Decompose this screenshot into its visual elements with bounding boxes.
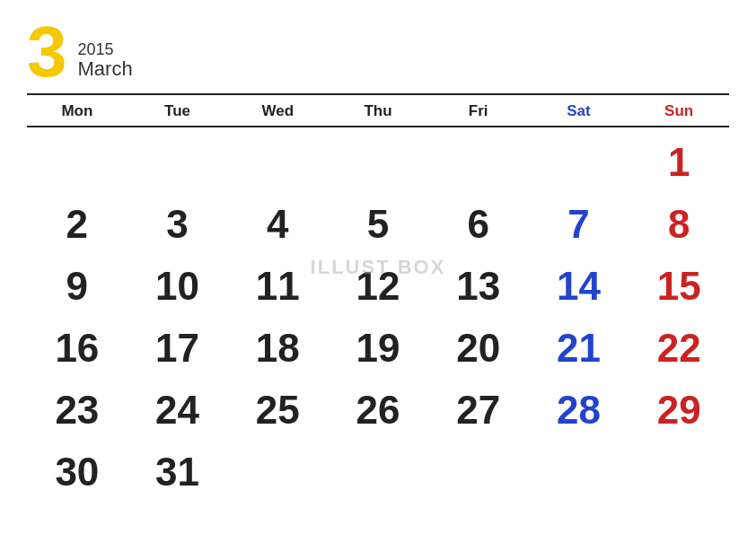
day-cell: 7	[529, 193, 629, 255]
year-text: 2015	[78, 41, 133, 57]
day-number: 19	[356, 328, 400, 368]
day-cell: 5	[328, 193, 428, 255]
day-header-wed: Wed	[227, 99, 328, 124]
day-cell: 18	[227, 317, 328, 379]
day-cell: 11	[227, 255, 328, 317]
day-cell: 16	[27, 317, 127, 379]
day-cell: 15	[629, 255, 729, 317]
day-cell: 19	[328, 317, 428, 379]
day-number: 24	[155, 390, 199, 430]
month-number: 3	[27, 16, 67, 88]
header-text: 2015 March	[78, 41, 133, 88]
day-cell: 1	[629, 131, 729, 193]
day-cell: 17	[127, 317, 228, 379]
day-number: 15	[657, 267, 701, 306]
day-number: 16	[55, 328, 99, 368]
day-number: 20	[456, 328, 500, 368]
day-cell	[227, 442, 328, 503]
day-header-mon: Mon	[27, 99, 127, 124]
day-cell: 14	[529, 255, 629, 317]
day-cell	[328, 442, 428, 503]
day-number: 3	[166, 205, 188, 244]
day-cell: 31	[127, 442, 228, 503]
day-cell: 2	[27, 193, 127, 255]
day-number: 12	[356, 267, 400, 306]
day-number: 5	[367, 205, 389, 244]
day-number: 17	[155, 328, 199, 368]
day-number: 2	[66, 205, 88, 244]
day-header-fri: Fri	[428, 99, 529, 124]
day-cell	[428, 131, 529, 193]
day-cell	[328, 131, 428, 193]
day-number: 27	[456, 390, 500, 430]
day-cell: 26	[328, 380, 428, 442]
day-header-tue: Tue	[127, 99, 228, 124]
day-number: 29	[657, 390, 701, 430]
day-number: 30	[55, 452, 99, 492]
day-cell: 12	[328, 255, 428, 317]
day-number: 21	[557, 328, 601, 368]
day-header-thu: Thu	[328, 99, 428, 124]
days-divider	[27, 126, 729, 127]
day-cell: 20	[428, 317, 529, 379]
day-number: 8	[668, 205, 690, 244]
day-cell: 6	[428, 193, 529, 255]
day-number: 4	[267, 205, 288, 244]
day-cell: 28	[529, 380, 629, 442]
day-number: 25	[256, 390, 300, 430]
day-cell: 25	[227, 380, 328, 442]
day-cell: 23	[27, 380, 127, 442]
day-number: 1	[668, 143, 690, 182]
day-cell	[227, 131, 328, 193]
day-cell	[27, 131, 127, 193]
day-cell: 24	[127, 380, 228, 442]
day-number: 13	[456, 267, 500, 306]
day-cell: 22	[629, 317, 729, 379]
day-cell	[428, 442, 529, 503]
day-header-sat: Sat	[529, 99, 629, 124]
calendar-container: 3 2015 March Mon Tue Wed Thu Fri Sat Sun…	[0, 0, 756, 534]
day-cell: 10	[127, 255, 228, 317]
day-header-sun: Sun	[629, 99, 729, 124]
day-cell: 21	[529, 317, 629, 379]
header-row: 3 2015 March	[27, 16, 729, 88]
day-number: 31	[155, 452, 199, 492]
day-number: 6	[467, 205, 488, 244]
day-number: 28	[557, 390, 601, 430]
day-cell: 27	[428, 380, 529, 442]
day-headers: Mon Tue Wed Thu Fri Sat Sun	[27, 99, 729, 124]
day-cell	[127, 131, 228, 193]
calendar-grid: 1234567891011121314151617181920212223242…	[27, 131, 729, 503]
day-number: 18	[256, 328, 300, 368]
day-cell	[529, 131, 629, 193]
day-cell: 4	[227, 193, 328, 255]
day-cell: 13	[428, 255, 529, 317]
day-cell: 9	[27, 255, 127, 317]
day-number: 14	[557, 267, 601, 306]
day-number: 26	[356, 390, 400, 430]
day-number: 23	[55, 390, 99, 430]
day-number: 9	[66, 267, 88, 306]
header-divider	[27, 93, 729, 95]
day-cell: 30	[27, 442, 127, 503]
day-cell	[629, 442, 729, 503]
day-number: 10	[155, 267, 199, 306]
day-number: 22	[657, 328, 701, 368]
day-cell: 29	[629, 380, 729, 442]
day-cell	[529, 442, 629, 503]
day-cell: 8	[629, 193, 729, 255]
month-name: March	[78, 57, 133, 81]
day-cell: 3	[127, 193, 228, 255]
day-number: 11	[256, 267, 300, 306]
day-number: 7	[567, 205, 589, 244]
